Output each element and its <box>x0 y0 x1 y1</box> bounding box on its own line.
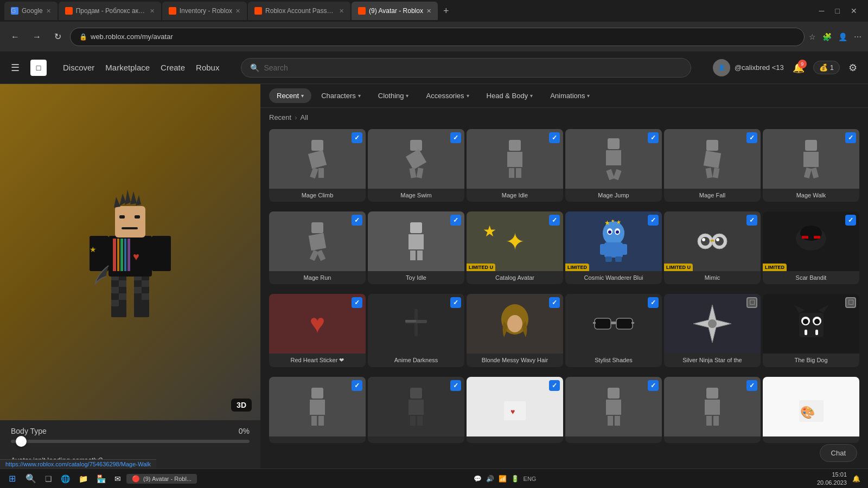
search-box[interactable]: 🔍 Search <box>241 58 691 78</box>
forward-button[interactable]: → <box>28 30 46 44</box>
address-bar[interactable]: 🔒 web.roblox.com/my/avatar <box>70 28 805 46</box>
search-taskbar-icon[interactable]: 🔍 <box>22 473 40 484</box>
tab-avatar[interactable]: (9) Avatar - Roblox ✕ <box>352 2 438 20</box>
item-checkbox-big-dog[interactable]: ☐ <box>845 297 856 308</box>
chat-button[interactable]: Chat <box>820 444 857 462</box>
tab-avatar-close[interactable]: ✕ <box>426 8 431 15</box>
item-card-r4-3[interactable]: ♥ ✓ <box>467 377 563 443</box>
tab-google[interactable]: G Google ✕ <box>4 2 58 20</box>
item-checkbox-mage-swim[interactable]: ✓ <box>450 132 461 143</box>
item-card-scar-bandit[interactable]: ✓ LIMITED Scar Bandit <box>763 211 859 284</box>
filter-tab-clothing[interactable]: Clothing ▾ <box>371 88 417 103</box>
windows-start-icon[interactable]: ⊞ <box>4 473 20 484</box>
item-card-anime-darkness[interactable]: ✓ Anime Darkness <box>368 294 464 367</box>
volume-icon[interactable]: 🔊 <box>486 475 494 483</box>
item-checkbox-catalog[interactable]: ✓ <box>549 215 560 226</box>
item-card-r4-5[interactable]: ✓ <box>664 377 761 443</box>
taskbar-roblox-item[interactable]: 🔴 (9) Avatar - Robl... <box>126 474 197 484</box>
tab-password[interactable]: Roblox Account Password Reset... ✕ <box>248 2 350 20</box>
item-checkbox-anime-darkness[interactable]: ✓ <box>450 297 461 308</box>
settings-icon[interactable]: ⚙ <box>848 62 857 74</box>
item-checkbox-mage-idle[interactable]: ✓ <box>549 132 560 143</box>
tab-inventory[interactable]: Inventory - Roblox ✕ <box>162 2 247 20</box>
tab-inventory-close[interactable]: ✕ <box>235 8 240 15</box>
tab-google-close[interactable]: ✕ <box>46 8 51 15</box>
item-card-mimic[interactable]: ✓ LIMITED U Mimic <box>664 211 761 284</box>
notifications-button[interactable]: 🔔 9 <box>793 62 805 74</box>
item-card-silver-ninja-star[interactable]: ☐ Silver Ninja Star of the <box>664 294 761 367</box>
item-card-mage-fall[interactable]: ✓ Mage Fall <box>664 129 761 202</box>
marketplace-nav-item[interactable]: Marketplace <box>105 61 150 74</box>
item-checkbox-mage-jump[interactable]: ✓ <box>648 132 659 143</box>
item-card-blonde-wavy-hair[interactable]: ✓ Blonde Messy Wavy Hair <box>467 294 563 367</box>
item-card-mage-climb[interactable]: ✓ Mage Climb <box>269 129 366 202</box>
item-card-red-heart[interactable]: ♥ ✓ Red Heart Sticker ❤ <box>269 294 366 367</box>
item-checkbox-r4-2[interactable]: ✓ <box>450 380 461 391</box>
item-card-mage-run[interactable]: ✓ Mage Run <box>269 211 366 284</box>
item-card-r4-6[interactable]: 🎨 <box>763 377 859 443</box>
item-card-big-dog[interactable]: ☐ The Big Dog <box>763 294 859 367</box>
body-type-slider-thumb[interactable] <box>16 436 27 447</box>
item-card-r4-1[interactable]: ✓ <box>269 377 366 443</box>
item-checkbox-mimic[interactable]: ✓ <box>746 215 757 226</box>
tab-roblox-sell-close[interactable]: ✕ <box>150 8 155 15</box>
item-card-mage-jump[interactable]: ✓ Mage Jump <box>565 129 662 202</box>
explorer-taskbar-icon[interactable]: 📁 <box>75 474 91 483</box>
item-checkbox-toy-idle[interactable]: ✓ <box>450 215 461 226</box>
network-icon[interactable]: 📶 <box>499 475 507 483</box>
item-checkbox-mage-climb[interactable]: ✓ <box>352 132 362 143</box>
item-checkbox-red-heart[interactable]: ✓ <box>352 297 362 308</box>
item-checkbox-mage-fall[interactable]: ✓ <box>746 132 757 143</box>
back-button[interactable]: ← <box>7 30 24 44</box>
refresh-button[interactable]: ↻ <box>50 29 66 44</box>
item-card-mage-walk[interactable]: ✓ Mage Walk <box>763 129 859 202</box>
maximize-button[interactable]: □ <box>835 7 840 15</box>
robux-nav-item[interactable]: Robux <box>196 61 219 74</box>
item-checkbox-r4-5[interactable]: ✓ <box>746 380 757 391</box>
tab-roblox-sell[interactable]: Продам - Роблокс аккаун с до... ✕ <box>59 2 161 20</box>
item-card-r4-2[interactable]: ✓ <box>368 377 464 443</box>
mail-taskbar-icon[interactable]: ✉ <box>111 474 124 483</box>
discover-nav-item[interactable]: Discover <box>63 61 94 74</box>
item-card-cosmic-wanderer[interactable]: ★ ★ ★ ✓ <box>565 211 662 284</box>
filter-tab-characters[interactable]: Characters ▾ <box>314 88 368 103</box>
item-card-catalog-avatar[interactable]: ✦ ★ ✓ LIMITED U Catalog Avatar <box>467 211 563 284</box>
item-checkbox-mage-run[interactable]: ✓ <box>352 215 362 226</box>
close-window-button[interactable]: ✕ <box>851 7 857 15</box>
filter-tab-accessories[interactable]: Accessories ▾ <box>418 88 476 103</box>
tab-password-close[interactable]: ✕ <box>339 8 344 15</box>
bookmark-star-icon[interactable]: ☆ <box>809 33 816 41</box>
item-card-toy-idle[interactable]: ✓ Toy Idle <box>368 211 464 284</box>
task-view-icon[interactable]: ❑ <box>42 474 55 483</box>
profile-icon[interactable]: 👤 <box>838 33 847 41</box>
filter-tab-animations[interactable]: Animations ▾ <box>542 88 597 103</box>
item-card-mage-swim[interactable]: ✓ Mage Swim <box>368 129 464 202</box>
item-checkbox-cosmic[interactable]: ✓ <box>648 215 659 226</box>
item-checkbox-r4-1[interactable]: ✓ <box>352 380 362 391</box>
breadcrumb-recent[interactable]: Recent <box>269 113 291 121</box>
body-type-slider-track[interactable] <box>11 440 250 443</box>
item-card-r4-4[interactable]: ✓ <box>565 377 662 443</box>
item-checkbox-mage-walk[interactable]: ✓ <box>845 132 856 143</box>
item-checkbox-silver-ninja[interactable]: ☐ <box>746 297 757 308</box>
item-checkbox-scar-bandit[interactable]: ✓ <box>845 215 856 226</box>
extension-icon[interactable]: 🧩 <box>822 33 832 41</box>
create-nav-item[interactable]: Create <box>161 61 185 74</box>
item-checkbox-blonde-wavy[interactable]: ✓ <box>549 297 560 308</box>
notification-center-icon[interactable]: 🔔 <box>849 475 864 483</box>
item-card-mage-idle[interactable]: ✓ Mage Idle <box>467 129 563 202</box>
breadcrumb-all[interactable]: All <box>301 113 308 121</box>
minimize-button[interactable]: ─ <box>819 7 825 15</box>
item-checkbox-r4-3[interactable]: ✓ <box>549 380 560 391</box>
item-checkbox-stylist-shades[interactable]: ✓ <box>648 297 659 308</box>
store-taskbar-icon[interactable]: 🏪 <box>93 474 109 483</box>
filter-tab-recent[interactable]: Recent ▾ <box>269 88 311 103</box>
filter-tab-head-body[interactable]: Head & Body ▾ <box>479 88 541 103</box>
settings-dots-icon[interactable]: ⋯ <box>854 33 861 41</box>
robux-button[interactable]: 💰 1 <box>813 61 840 74</box>
hamburger-menu-icon[interactable]: ☰ <box>11 62 20 74</box>
item-card-stylist-shades[interactable]: ✓ Stylist Shades <box>565 294 662 367</box>
item-checkbox-r4-4[interactable]: ✓ <box>648 380 659 391</box>
edge-taskbar-icon[interactable]: 🌐 <box>58 474 73 483</box>
new-tab-button[interactable]: + <box>439 5 454 17</box>
